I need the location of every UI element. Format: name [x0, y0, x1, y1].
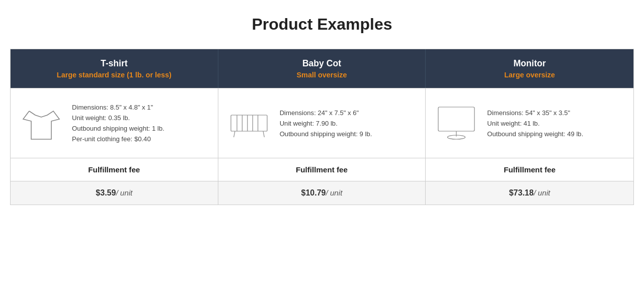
- tshirt-fee-unit: / unit: [116, 188, 132, 197]
- header-row: T-shirt Large standard size (1 lb. or le…: [11, 49, 633, 88]
- header-cell-tshirt: T-shirt Large standard size (1 lb. or le…: [11, 49, 218, 88]
- tshirt-product-name: T-shirt: [21, 58, 208, 69]
- tshirt-fee-value: $3.59/ unit: [11, 181, 218, 205]
- baby-cot-fee-label: Fulfillment fee: [218, 158, 426, 181]
- header-cell-baby-cot: Baby Cot Small oversize: [218, 49, 426, 88]
- fee-label-row: Fulfillment fee Fulfillment fee Fulfillm…: [11, 158, 633, 181]
- baby-cot-details: Dimensions: 24" x 7.5" x 6" Unit weight:…: [280, 108, 372, 139]
- tshirt-icon: [19, 101, 64, 146]
- baby-cot-product-name: Baby Cot: [228, 58, 416, 69]
- baby-cot-fee-value: $10.79/ unit: [218, 181, 426, 205]
- monitor-fee-amount: $73.18: [509, 188, 534, 197]
- tshirt-outbound-shipping: Outbound shipping weight: 1 lb.: [72, 125, 165, 132]
- monitor-unit-weight: Unit weight: 41 lb.: [487, 120, 539, 127]
- monitor-icon: [434, 101, 479, 146]
- details-cell-tshirt: Dimensions: 8.5" x 4.8" x 1" Unit weight…: [11, 88, 218, 158]
- tshirt-fee-label: Fulfillment fee: [11, 158, 218, 181]
- svg-line-7: [263, 131, 264, 137]
- details-cell-monitor: Dimensions: 54" x 35" x 3.5" Unit weight…: [426, 88, 633, 158]
- monitor-product-name: Monitor: [436, 58, 623, 69]
- details-row: Dimensions: 8.5" x 4.8" x 1" Unit weight…: [11, 88, 633, 158]
- monitor-product-size: Large oversize: [436, 71, 623, 79]
- tshirt-extra-fee: Per-unit clothing fee: $0.40: [72, 135, 151, 143]
- monitor-dimensions: Dimensions: 54" x 35" x 3.5": [487, 109, 570, 117]
- monitor-fee-unit: / unit: [534, 188, 550, 197]
- baby-cot-fee-unit: / unit: [326, 188, 342, 197]
- baby-cot-dimensions: Dimensions: 24" x 7.5" x 6": [280, 109, 359, 117]
- tshirt-fee-amount: $3.59: [96, 188, 116, 197]
- svg-rect-0: [231, 115, 267, 131]
- header-cell-monitor: Monitor Large oversize: [426, 49, 633, 88]
- monitor-fee-label: Fulfillment fee: [426, 158, 633, 181]
- tshirt-dimensions: Dimensions: 8.5" x 4.8" x 1": [72, 104, 153, 111]
- monitor-fee-value: $73.18/ unit: [426, 181, 633, 205]
- baby-cot-unit-weight: Unit weight: 7.90 lb.: [280, 120, 338, 127]
- baby-cot-product-size: Small oversize: [228, 71, 416, 79]
- tshirt-product-size: Large standard size (1 lb. or less): [21, 71, 208, 79]
- product-table: T-shirt Large standard size (1 lb. or le…: [10, 49, 634, 205]
- baby-cot-fee-amount: $10.79: [301, 188, 326, 197]
- baby-cot-outbound-shipping: Outbound shipping weight: 9 lb.: [280, 130, 372, 138]
- svg-rect-8: [438, 107, 474, 131]
- page-title: Product Examples: [10, 15, 634, 34]
- tshirt-unit-weight: Unit weight: 0.35 lb.: [72, 114, 130, 122]
- monitor-details: Dimensions: 54" x 35" x 3.5" Unit weight…: [487, 108, 583, 139]
- baby-cot-icon: [226, 101, 272, 146]
- details-cell-baby-cot: Dimensions: 24" x 7.5" x 6" Unit weight:…: [218, 88, 426, 158]
- tshirt-details: Dimensions: 8.5" x 4.8" x 1" Unit weight…: [72, 102, 165, 144]
- monitor-outbound-shipping: Outbound shipping weight: 49 lb.: [487, 130, 583, 138]
- svg-line-6: [233, 131, 234, 137]
- fee-value-row: $3.59/ unit $10.79/ unit $73.18/ unit: [11, 181, 633, 205]
